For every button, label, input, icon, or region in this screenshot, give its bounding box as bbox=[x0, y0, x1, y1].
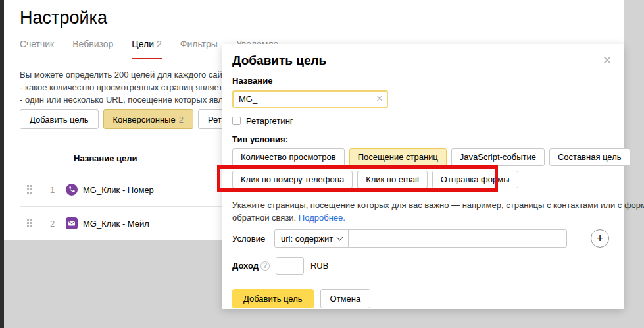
active-tab-underline bbox=[132, 58, 161, 59]
tab-filters[interactable]: Фильтры bbox=[180, 39, 218, 49]
intro-line-2: - какое количество просмотренных страниц… bbox=[20, 81, 253, 94]
tab-webvisor[interactable]: Вебвизор bbox=[72, 39, 113, 49]
goals-intro-text: Вы можете определить 200 целей для каждо… bbox=[20, 68, 253, 106]
close-icon[interactable]: × bbox=[603, 52, 612, 68]
drag-handle-icon[interactable] bbox=[26, 218, 33, 228]
type-pageviews-button[interactable]: Количество просмотров bbox=[232, 148, 345, 166]
type-phone-click-button[interactable]: Клик по номеру телефона bbox=[232, 171, 353, 188]
type-form-submit-button[interactable]: Отправка формы bbox=[432, 171, 518, 188]
condition-operator-select[interactable]: url: содержит bbox=[274, 229, 349, 248]
type-page-visit-button[interactable]: Посещение страниц bbox=[349, 148, 447, 166]
learn-more-link[interactable]: Подробнее. bbox=[299, 213, 345, 223]
condition-label: Условие bbox=[232, 234, 274, 244]
goal-name-input[interactable] bbox=[232, 90, 388, 108]
type-js-event-button[interactable]: JavaScript-событие bbox=[451, 148, 545, 166]
tab-goals[interactable]: Цели2 bbox=[132, 39, 161, 49]
tab-goals-label: Цели bbox=[132, 39, 154, 49]
name-field-label: Название bbox=[232, 76, 613, 86]
income-row: Доход ? RUB bbox=[232, 257, 613, 275]
type-email-click-button[interactable]: Клик по email bbox=[357, 171, 428, 188]
condition-type-row-2: Клик по номеру телефона Клик по email От… bbox=[232, 171, 613, 188]
goal-row-number: 2 bbox=[50, 218, 55, 228]
hint-line-2-text: обратной связи. bbox=[232, 213, 296, 223]
retargeting-checkbox[interactable] bbox=[232, 117, 241, 125]
goal-row-number: 1 bbox=[50, 184, 55, 194]
condition-type-label: Тип условия: bbox=[232, 134, 613, 144]
condition-type-row-1: Количество просмотров Посещение страниц … bbox=[232, 148, 613, 166]
clear-input-icon[interactable]: × bbox=[376, 92, 383, 105]
hint-line-1: Укажите страницы, посещение которых для … bbox=[232, 199, 613, 211]
income-input[interactable] bbox=[276, 257, 304, 275]
page-title: Настройка bbox=[20, 8, 107, 28]
add-goal-modal: × Добавить цель Название × Ретаргетинг Т… bbox=[222, 44, 624, 309]
modal-footer: Добавить цель Отмена bbox=[232, 289, 613, 308]
add-goal-button[interactable]: Добавить цель bbox=[20, 109, 99, 129]
retargeting-label: Ретаргетинг bbox=[246, 116, 293, 126]
app-root: Настройка Счетчик Вебвизор Цели2 Фильтры… bbox=[0, 0, 644, 328]
hint-line-2: обратной связи. Подробнее. bbox=[232, 211, 613, 224]
intro-line-1: Вы можете определить 200 целей для каждо… bbox=[20, 68, 253, 81]
conversion-filter-button[interactable]: Конверсионные 2 bbox=[103, 109, 193, 129]
mail-icon bbox=[66, 217, 78, 229]
modal-title: Добавить цель bbox=[232, 53, 613, 68]
condition-row: Условие url: содержит + bbox=[232, 229, 613, 248]
add-condition-button[interactable]: + bbox=[591, 229, 609, 248]
drag-handle-icon[interactable] bbox=[26, 184, 33, 194]
name-field-wrap: × bbox=[232, 90, 388, 108]
goal-name: MG_Клик - Номер bbox=[83, 184, 154, 194]
type-composite-button[interactable]: Составная цель bbox=[549, 148, 630, 166]
conversion-filter-count: 2 bbox=[179, 115, 184, 124]
phone-icon bbox=[66, 184, 78, 196]
tab-goals-count: 2 bbox=[157, 39, 162, 49]
goals-table-name-header: Название цели bbox=[74, 153, 137, 163]
help-icon[interactable]: ? bbox=[260, 261, 270, 271]
condition-operator-value: url: содержит bbox=[281, 234, 333, 244]
income-label: Доход bbox=[232, 261, 259, 271]
tab-counter[interactable]: Счетчик bbox=[20, 39, 54, 49]
retargeting-row: Ретаргетинг bbox=[232, 116, 613, 126]
condition-value-input[interactable] bbox=[348, 229, 567, 248]
conversion-filter-label: Конверсионные bbox=[113, 115, 176, 124]
intro-line-3: - один или несколько URL, посещение кото… bbox=[20, 94, 253, 106]
cancel-button[interactable]: Отмена bbox=[320, 289, 371, 308]
chevron-down-icon bbox=[337, 234, 343, 241]
currency-label: RUB bbox=[310, 261, 328, 271]
submit-add-goal-button[interactable]: Добавить цель bbox=[232, 289, 314, 308]
condition-hint: Укажите страницы, посещение которых для … bbox=[232, 199, 613, 224]
goal-name: MG_Клик - Мейл bbox=[83, 218, 149, 228]
